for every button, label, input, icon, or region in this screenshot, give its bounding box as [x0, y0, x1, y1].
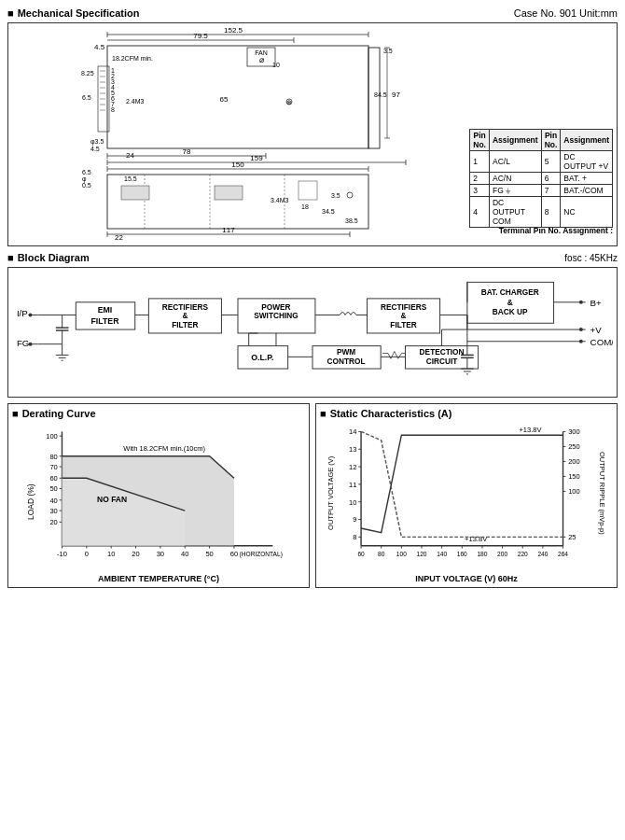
- svg-text:RECTIFIERS: RECTIFIERS: [381, 302, 427, 312]
- th-assign1: Assignment: [489, 130, 541, 151]
- svg-text:FILTER: FILTER: [390, 320, 416, 329]
- svg-text:9: 9: [353, 515, 356, 524]
- svg-text:79.5: 79.5: [193, 32, 208, 40]
- svg-text:240: 240: [537, 551, 548, 557]
- svg-text:13: 13: [349, 445, 356, 454]
- terminal-cell: 5: [541, 151, 561, 173]
- svg-rect-68: [215, 186, 243, 200]
- svg-text:60: 60: [357, 551, 365, 557]
- terminal-table-container: Terminal Pin No. Assignment : Pin No. As…: [499, 226, 613, 237]
- svg-text:DETECTION: DETECTION: [420, 347, 465, 357]
- terminal-cell: DC OUTPUT +V: [561, 151, 613, 173]
- svg-text:65: 65: [220, 95, 229, 104]
- svg-text:70: 70: [49, 463, 57, 471]
- svg-text:3.5: 3.5: [383, 48, 393, 54]
- svg-text:3.5: 3.5: [331, 192, 340, 199]
- svg-text:117: 117: [222, 226, 235, 234]
- svg-text:CIRCUIT: CIRCUIT: [426, 357, 458, 366]
- derating-section: Derating Curve LOAD (%) 100 80 70: [7, 403, 310, 588]
- svg-text:⊕: ⊕: [286, 99, 292, 105]
- svg-text:264: 264: [558, 551, 568, 557]
- svg-text:6.5: 6.5: [82, 169, 91, 175]
- svg-text:CONTROL: CONTROL: [327, 357, 366, 366]
- svg-text:PWM: PWM: [337, 347, 355, 357]
- svg-text:60: 60: [230, 550, 238, 558]
- svg-text:FILTER: FILTER: [91, 316, 120, 326]
- svg-text:6.5: 6.5: [82, 94, 91, 101]
- svg-text:+V: +V: [590, 325, 603, 335]
- svg-text:4.5: 4.5: [90, 146, 100, 152]
- svg-text:84.5: 84.5: [374, 91, 387, 98]
- terminal-cell: 7: [541, 185, 561, 197]
- terminal-cell: DC OUTPUT COM: [489, 197, 541, 228]
- svg-point-86: [29, 343, 33, 346]
- svg-text:34.5: 34.5: [322, 208, 335, 215]
- svg-text:159: 159: [250, 154, 263, 162]
- static-title: Static Characteristics (A): [330, 408, 452, 419]
- terminal-cell: 2: [470, 173, 490, 185]
- svg-text:220: 220: [518, 551, 528, 557]
- svg-text:RECTIFIERS: RECTIFIERS: [162, 302, 209, 312]
- static-section: Static Characteristics (A) OUTPUT VOLTAG…: [315, 403, 618, 588]
- derating-x-label: AMBIENT TEMPERATURE (°C): [12, 574, 305, 583]
- svg-text:&: &: [507, 298, 513, 307]
- block-svg: I/P FG EM: [12, 272, 613, 393]
- svg-text:&: &: [182, 311, 188, 320]
- svg-text:OUTPUT RIPPLE (mVp-p): OUTPUT RIPPLE (mVp-p): [598, 452, 606, 535]
- svg-text:11: 11: [349, 481, 356, 489]
- svg-text:(HORIZONTAL): (HORIZONTAL): [240, 551, 283, 558]
- svg-text:14: 14: [349, 427, 356, 436]
- svg-text:OUTPUT VOLTAGE (V): OUTPUT VOLTAGE (V): [326, 455, 335, 530]
- static-svg: OUTPUT VOLTAGE (V) OUTPUT RIPPLE (mVp-p)…: [320, 423, 613, 572]
- svg-line-153: [398, 353, 402, 358]
- svg-text:40: 40: [49, 497, 57, 505]
- svg-text:200: 200: [497, 551, 507, 557]
- svg-line-150: [388, 353, 391, 358]
- svg-text:250: 250: [568, 442, 580, 451]
- svg-text:100: 100: [46, 432, 58, 441]
- svg-text:150: 150: [568, 472, 580, 481]
- svg-rect-69: [299, 181, 317, 200]
- terminal-cell: 4: [470, 197, 490, 228]
- mech-drawing: 152.5 4.5 79.5 FAN ⌀ 10 18.2CFM min.: [12, 27, 613, 242]
- svg-text:30: 30: [157, 550, 164, 558]
- mech-header: Mechanical Specification Case No. 901 Un…: [7, 7, 618, 19]
- svg-text:BAT. CHARGER: BAT. CHARGER: [481, 287, 539, 297]
- terminal-cell: AC/N: [489, 173, 541, 185]
- mechanical-section: 152.5 4.5 79.5 FAN ⌀ 10 18.2CFM min.: [7, 22, 618, 246]
- derating-title: Derating Curve: [22, 408, 96, 419]
- svg-text:3.4M3: 3.4M3: [271, 197, 289, 203]
- derating-header: Derating Curve: [12, 408, 305, 419]
- svg-text:With 18.2CFM min.(10cm): With 18.2CFM min.(10cm): [123, 444, 205, 453]
- svg-text:78: 78: [183, 147, 191, 156]
- svg-text:LOAD (%): LOAD (%): [26, 483, 35, 520]
- svg-text:POWER: POWER: [261, 302, 290, 312]
- svg-point-123: [579, 301, 583, 304]
- svg-text:φ3.5: φ3.5: [90, 138, 104, 146]
- terminal-cell: BAT. +: [561, 173, 613, 185]
- svg-text:40: 40: [181, 550, 188, 558]
- svg-text:300: 300: [568, 427, 580, 436]
- th-pin1: Pin No.: [470, 130, 490, 151]
- svg-text:20: 20: [132, 550, 139, 558]
- svg-text:2.4M3: 2.4M3: [126, 98, 145, 105]
- svg-line-152: [395, 351, 398, 358]
- svg-text:97: 97: [392, 91, 400, 99]
- svg-text:SWITCHING: SWITCHING: [254, 311, 298, 320]
- svg-point-75: [347, 192, 353, 198]
- fosc-label: fosc : 45KHz: [564, 253, 618, 263]
- svg-text:20: 20: [49, 518, 57, 526]
- svg-text:80: 80: [49, 453, 57, 461]
- svg-text:80: 80: [378, 551, 385, 557]
- case-info: Case No. 901 Unit:mm: [514, 7, 618, 19]
- block-title: Block Diagram: [18, 252, 90, 263]
- svg-text:FILTER: FILTER: [172, 320, 198, 329]
- block-header: Block Diagram fosc : 45KHz: [7, 252, 618, 263]
- derating-svg: LOAD (%) 100 80 70 60 50 40: [12, 423, 305, 572]
- svg-text:+13.8V: +13.8V: [519, 426, 541, 434]
- svg-text:38.5: 38.5: [345, 217, 358, 224]
- svg-text:140: 140: [437, 551, 447, 557]
- svg-text:4.5: 4.5: [94, 43, 105, 51]
- svg-text:B+: B+: [590, 298, 603, 308]
- svg-text:10: 10: [272, 62, 280, 68]
